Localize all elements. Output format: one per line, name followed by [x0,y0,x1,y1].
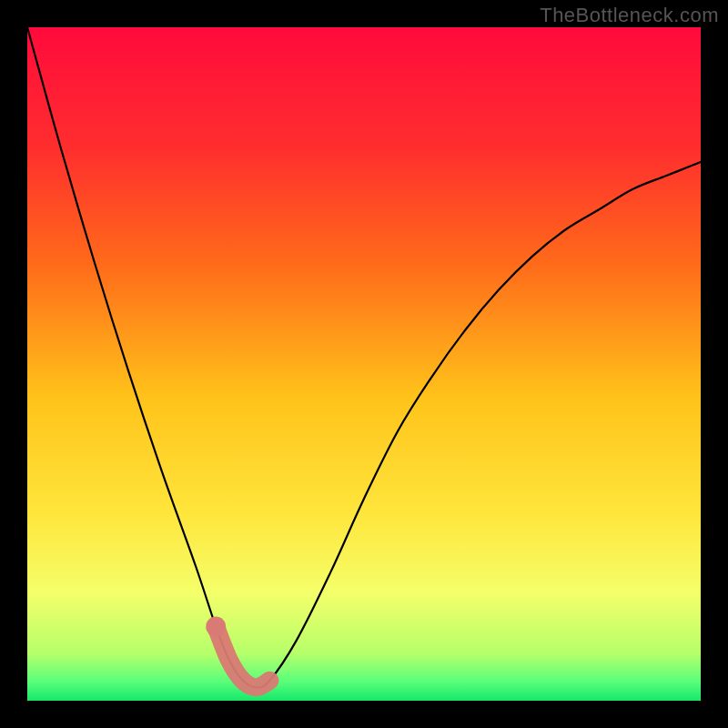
bottleneck-chart [0,0,728,728]
recommended-range-dot [206,617,226,637]
app-frame: TheBottleneck.com [0,0,728,728]
gradient-background [27,27,701,701]
watermark-text: TheBottleneck.com [540,4,719,27]
